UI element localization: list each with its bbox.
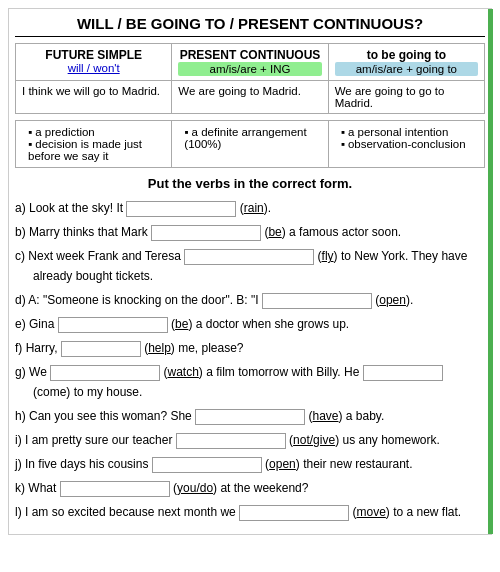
text-g-verb: (watch) a film tomorrow with Billy. He [163, 365, 359, 379]
grammar-table: FUTURE SIMPLE will / won't PRESENT CONTI… [15, 43, 485, 114]
exercise-j: j) In five days his cousins (open) their… [15, 455, 485, 474]
label-k: k) [15, 481, 25, 495]
text-d-before: A: "Someone is knocking on the door". B:… [28, 293, 262, 307]
text-j-before: In five days his cousins [25, 457, 152, 471]
text-d-after: (open). [375, 293, 413, 307]
text-e-before: Gina [29, 317, 58, 331]
input-e[interactable] [58, 317, 168, 333]
col2-header: PRESENT CONTINUOUS [178, 48, 321, 62]
text-g-cont: (come) to my house. [33, 383, 485, 402]
exercise-g: g) We (watch) a film tomorrow with Billy… [15, 363, 485, 401]
input-f[interactable] [61, 341, 141, 357]
text-k-before: What [28, 481, 59, 495]
label-h: h) [15, 409, 26, 423]
text-b-after: (be) a famous actor soon. [264, 225, 401, 239]
exercise-e: e) Gina (be) a doctor when she grows up. [15, 315, 485, 334]
exercise-f: f) Harry, (help) me, please? [15, 339, 485, 358]
input-g2[interactable] [363, 365, 443, 381]
text-h-after: (have) a baby. [308, 409, 384, 423]
feature-col3-2: observation-conclusion [341, 138, 476, 150]
label-l: l) [15, 505, 22, 519]
text-j-after: (open) their new restaurant. [265, 457, 412, 471]
exercise-a: a) Look at the sky! It (rain). [15, 199, 485, 218]
label-j: j) [15, 457, 22, 471]
page-title: WILL / BE GOING TO / PRESENT CONTINUOUS? [15, 15, 485, 37]
feature-col3-1: a personal intention [341, 126, 476, 138]
label-a: a) [15, 201, 26, 215]
text-k-after: (you/do) at the weekend? [173, 481, 308, 495]
text-f-before: Harry, [26, 341, 61, 355]
features-col1: a prediction decision is made just befor… [16, 121, 172, 168]
label-f: f) [15, 341, 22, 355]
input-h[interactable] [195, 409, 305, 425]
features-col3: a personal intention observation-conclus… [328, 121, 484, 168]
label-g: g) [15, 365, 26, 379]
input-k[interactable] [60, 481, 170, 497]
input-a[interactable] [126, 201, 236, 217]
text-a-before: Look at the sky! It [29, 201, 126, 215]
text-i-before: I am pretty sure our teacher [25, 433, 176, 447]
feature-col2-1: a definite arrangement (100%) [184, 126, 319, 150]
text-c-cont: already bought tickets. [33, 267, 485, 286]
text-f-after: (help) me, please? [144, 341, 243, 355]
col1-subheader: will / won't [22, 62, 165, 74]
text-c-after: (fly) to New York. They have [318, 249, 468, 263]
label-b: b) [15, 225, 26, 239]
text-h-before: Can you see this woman? She [29, 409, 195, 423]
exercise-i: i) I am pretty sure our teacher (not/giv… [15, 431, 485, 450]
exercise-c: c) Next week Frank and Teresa (fly) to N… [15, 247, 485, 285]
text-i-after: (not/give) us any homework. [289, 433, 440, 447]
exercises-container: a) Look at the sky! It (rain). b) Marry … [15, 199, 485, 523]
page-container: WILL / BE GOING TO / PRESENT CONTINUOUS?… [8, 8, 492, 535]
col2-example: We are going to Madrid. [172, 81, 328, 114]
section-title: Put the verbs in the correct form. [15, 176, 485, 191]
text-g-before: We [29, 365, 50, 379]
col3-example: We are going to go to Madrid. [328, 81, 484, 114]
text-e-after: (be) a doctor when she grows up. [171, 317, 349, 331]
exercise-k: k) What (you/do) at the weekend? [15, 479, 485, 498]
label-d: d) [15, 293, 26, 307]
exercise-d: d) A: "Someone is knocking on the door".… [15, 291, 485, 310]
right-border-bar [488, 9, 493, 534]
label-i: i) [15, 433, 22, 447]
col3-header: to be going to [335, 48, 478, 62]
exercise-h: h) Can you see this woman? She (have) a … [15, 407, 485, 426]
input-g1[interactable] [50, 365, 160, 381]
label-e: e) [15, 317, 26, 331]
feature-col1-2: decision is made just before we say it [28, 138, 163, 162]
col1-example: I think we will go to Madrid. [16, 81, 172, 114]
exercise-b: b) Marry thinks that Mark (be) a famous … [15, 223, 485, 242]
input-b[interactable] [151, 225, 261, 241]
col3-subheader: am/is/are + going to [335, 62, 478, 76]
features-col2: a definite arrangement (100%) [172, 121, 328, 168]
features-table: a prediction decision is made just befor… [15, 120, 485, 168]
text-c-before: Next week Frank and Teresa [28, 249, 184, 263]
input-d[interactable] [262, 293, 372, 309]
col2-subheader: am/is/are + ING [178, 62, 321, 76]
input-l[interactable] [239, 505, 349, 521]
text-a-verb: (rain). [240, 201, 271, 215]
input-i[interactable] [176, 433, 286, 449]
input-j[interactable] [152, 457, 262, 473]
text-l-before: I am so excited because next month we [25, 505, 239, 519]
col1-header: FUTURE SIMPLE [22, 48, 165, 62]
text-l-after: (move) to a new flat. [352, 505, 461, 519]
feature-col1-1: a prediction [28, 126, 163, 138]
text-b-before: Marry thinks that Mark [29, 225, 151, 239]
label-c: c) [15, 249, 25, 263]
input-c[interactable] [184, 249, 314, 265]
exercise-l: l) I am so excited because next month we… [15, 503, 485, 522]
